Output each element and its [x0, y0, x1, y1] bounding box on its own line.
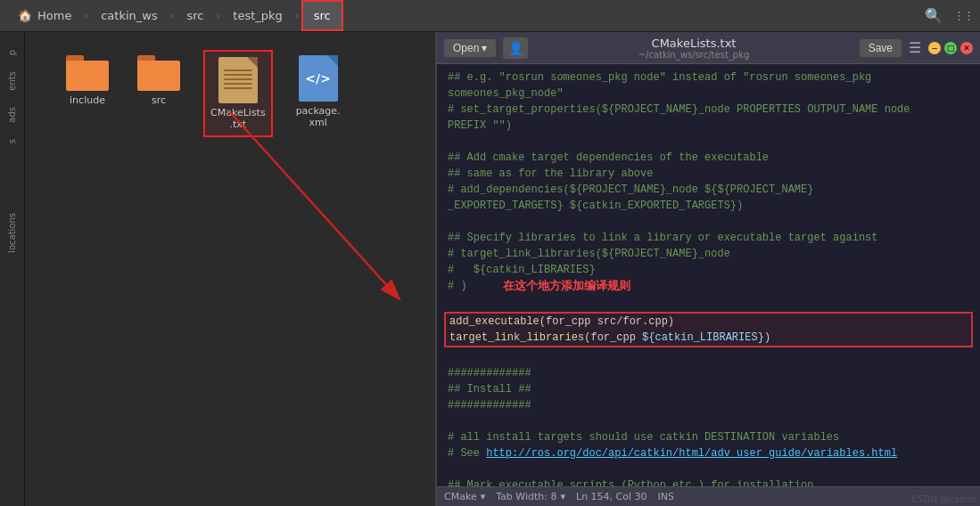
file-panel: include src — [25, 32, 435, 506]
code-line-2: someones_pkg_node" — [437, 86, 980, 102]
code-line-26: ## Mark executable scripts (Python etc.)… — [437, 477, 980, 486]
file-icon-src[interactable]: src — [132, 50, 185, 137]
search-icon[interactable]: 🔍 — [925, 7, 943, 24]
sep3: › — [217, 10, 221, 22]
menu-icon[interactable]: ⋮⋮ — [953, 9, 973, 22]
test-pkg-label: test_pkg — [233, 9, 283, 22]
editor-path: ~/catkin_ws/src/test_pkg — [535, 50, 852, 60]
position-label: Ln 154, Col 30 — [576, 491, 647, 502]
include-label: include — [70, 94, 105, 106]
code-line-12: # target_link_libraries(${PROJECT_NAME}_… — [437, 246, 980, 262]
file-icons-row: include src — [34, 50, 346, 137]
src1-label: src — [187, 9, 204, 22]
code-line-5 — [437, 134, 980, 150]
language-dropdown-icon: ▾ — [481, 491, 486, 502]
code-line-6: ## Add cmake target dependencies of the … — [437, 150, 980, 166]
src2-tab[interactable]: src — [301, 0, 343, 31]
sep2: › — [170, 10, 175, 22]
sidebar-label-ents[interactable]: ents — [7, 71, 17, 91]
left-sidebar: p ents ads s locations — [0, 32, 25, 506]
package-file-icon: </> — [299, 55, 338, 102]
code-editor[interactable]: ## e.g. "rosrun someones_pkg node" inste… — [437, 64, 980, 486]
ins-mode-label: INS — [658, 491, 674, 502]
code-line-7: ## same as for the library above — [437, 166, 980, 182]
code-line-21: ############# — [437, 397, 980, 413]
sidebar-label-p[interactable]: p — [7, 50, 17, 55]
code-line-17: target_link_libraries(for_cpp ${catkin_L… — [449, 330, 968, 346]
editor-titlebar: Open ▾ 👤 CMakeLists.txt ~/catkin_ws/src/… — [437, 32, 980, 64]
editor-title-block: CMakeLists.txt ~/catkin_ws/src/test_pkg — [535, 37, 852, 60]
package-label: package.xml — [296, 105, 341, 128]
file-icon-include[interactable]: include — [61, 50, 114, 137]
code-line-14: # ) 在这个地方添加编译规则 — [437, 278, 980, 294]
top-bar-right: 🔍 ⋮⋮ — [925, 7, 973, 24]
sep4: › — [295, 10, 300, 22]
file-icon-cmake[interactable]: CMakeLists.txt — [203, 50, 273, 137]
status-bar: CMake ▾ Tab Width: 8 ▾ Ln 154, Col 30 IN… — [437, 486, 980, 506]
open-button[interactable]: Open ▾ — [444, 39, 496, 57]
code-line-11: ## Specify libraries to link a library o… — [437, 230, 980, 246]
sidebar-label-ads[interactable]: ads — [7, 107, 17, 123]
mode-status: INS — [658, 491, 674, 502]
code-line-13: # ${catkin_LIBRARIES} — [437, 262, 980, 278]
sidebar-label-locations[interactable]: locations — [7, 213, 17, 253]
code-line-10 — [437, 214, 980, 230]
cmake-file-icon — [218, 57, 258, 103]
code-line-25 — [437, 461, 980, 477]
sidebar-label-s[interactable]: s — [7, 139, 17, 143]
folder-src-icon — [137, 55, 180, 91]
maximize-button[interactable]: □ — [944, 42, 957, 54]
src-label: src — [152, 94, 166, 106]
folder-include-icon — [66, 55, 109, 91]
test-pkg-tab[interactable]: test_pkg — [222, 0, 293, 31]
editor-filename: CMakeLists.txt — [652, 37, 737, 50]
window-controls: − □ ✕ — [928, 42, 973, 54]
code-line-15 — [437, 294, 980, 310]
person-icon-button[interactable]: 👤 — [503, 37, 528, 59]
src1-tab[interactable]: src — [177, 0, 215, 31]
home-icon: 🏠 — [18, 9, 32, 22]
save-button[interactable]: Save — [860, 39, 902, 57]
sep1: › — [84, 10, 88, 22]
tab-width-label: Tab Width: 8 — [496, 491, 556, 502]
code-line-18 — [437, 349, 980, 365]
home-label: Home — [37, 9, 71, 22]
code-line-22 — [437, 413, 980, 429]
code-line-19: ############# — [437, 365, 980, 381]
editor-content-area: ## e.g. "rosrun someones_pkg node" inste… — [437, 64, 980, 486]
tab-width-status[interactable]: Tab Width: 8 ▾ — [496, 491, 565, 502]
tab-dropdown-icon: ▾ — [560, 491, 565, 502]
position-status: Ln 154, Col 30 — [576, 491, 647, 502]
cmake-label: CMakeLists.txt — [210, 107, 266, 130]
close-button[interactable]: ✕ — [960, 42, 973, 54]
svg-line-1 — [230, 112, 399, 299]
code-line-3: # set_target_properties(${PROJECT_NAME}_… — [437, 102, 980, 118]
file-icon-package[interactable]: </> package.xml — [291, 50, 346, 137]
editor-menu-button[interactable]: ☰ — [909, 39, 921, 56]
code-line-16: add_executable(for_cpp src/for.cpp) — [449, 314, 968, 330]
src2-label: src — [314, 9, 331, 22]
code-line-9: _EXPORTED_TARGETS} ${catkin_EXPORTED_TAR… — [437, 198, 980, 214]
code-line-23: # all install targets should use catkin … — [437, 429, 980, 445]
main-area: p ents ads s locations include src — [0, 32, 980, 506]
minimize-button[interactable]: − — [928, 42, 941, 54]
highlighted-code-block: add_executable(for_cpp src/for.cpp) targ… — [444, 312, 973, 347]
code-line-4: PREFIX "") — [437, 118, 980, 134]
code-line-8: # add_dependencies(${PROJECT_NAME}_node … — [437, 182, 980, 198]
open-label: Open — [453, 42, 479, 54]
code-line-1: ## e.g. "rosrun someones_pkg node" inste… — [437, 69, 980, 86]
code-line-24: # See http://ros.org/doc/api/catkin/html… — [437, 445, 980, 461]
language-status[interactable]: CMake ▾ — [444, 491, 485, 502]
code-line-20: ## Install ## — [437, 381, 980, 397]
top-bar: 🏠 Home › catkin_ws › src › test_pkg › sr… — [0, 0, 980, 32]
catkin-ws-tab[interactable]: catkin_ws — [90, 0, 169, 31]
open-dropdown-icon: ▾ — [482, 42, 487, 54]
catkin-ws-label: catkin_ws — [101, 9, 158, 22]
chinese-annotation: 在这个地方添加编译规则 — [503, 278, 630, 294]
language-label: CMake — [444, 491, 477, 502]
editor-panel: Open ▾ 👤 CMakeLists.txt ~/catkin_ws/src/… — [435, 32, 980, 506]
watermark: CSDN @caerie — [911, 494, 976, 504]
home-tab[interactable]: 🏠 Home — [7, 0, 82, 31]
